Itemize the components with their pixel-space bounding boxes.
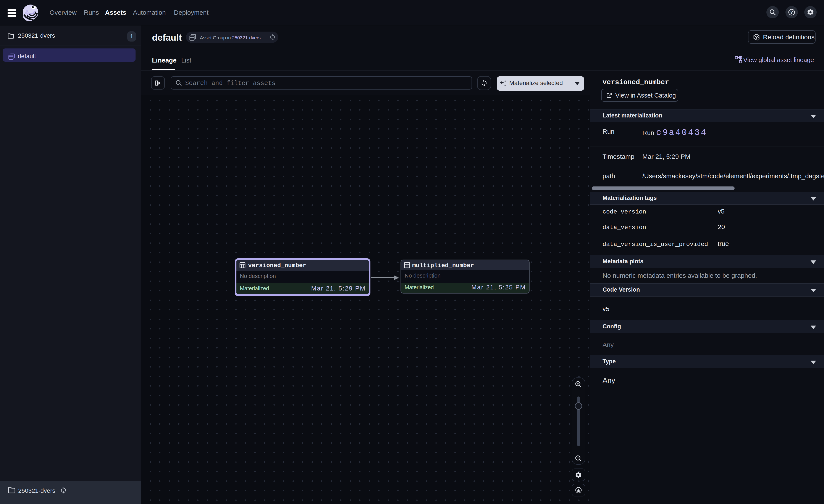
svg-text:?: ? — [790, 10, 793, 14]
